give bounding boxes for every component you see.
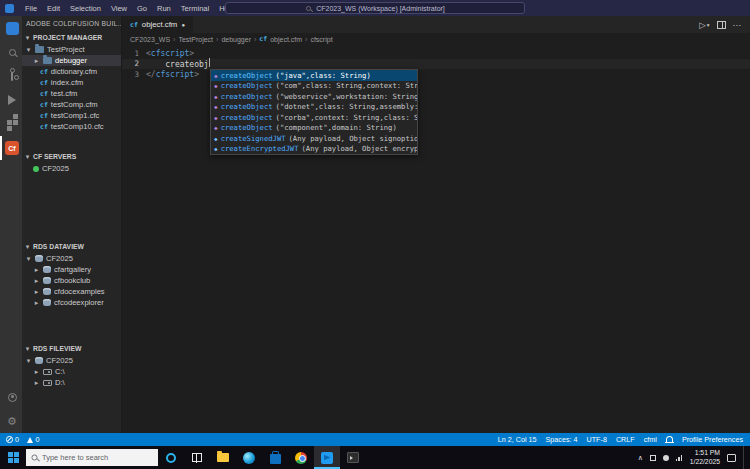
suggestion-item[interactable]: ◆createObject("corba",context: String,cl…: [211, 112, 417, 123]
section-cf-servers[interactable]: ▾ CF SERVERS: [22, 150, 121, 163]
chrome-icon[interactable]: [288, 446, 314, 469]
tray-icon[interactable]: [663, 455, 669, 461]
code-area[interactable]: 1 <cfscript> 2 createobj 3 </cfscript> ◆…: [122, 45, 750, 433]
chevron-right-icon: ▸: [33, 277, 40, 285]
tree-item-drive-c[interactable]: ▸ C:\: [22, 366, 121, 377]
token: cfscript: [151, 49, 190, 58]
run-button[interactable]: ▷▾: [699, 20, 709, 30]
terminal-icon[interactable]: [340, 446, 366, 469]
extensions-icon[interactable]: [0, 112, 22, 136]
chevron-right-icon: ▸: [33, 368, 40, 376]
tree-item-fileview-cf2025[interactable]: ▾ CF2025: [22, 355, 121, 366]
notifications-bell-icon[interactable]: [666, 436, 673, 443]
network-icon[interactable]: [676, 455, 683, 461]
tray-icon[interactable]: [650, 455, 656, 461]
suggestion-match: createObject: [221, 71, 273, 80]
source-control-icon[interactable]: [0, 64, 22, 88]
tree-item-drive-d[interactable]: ▸ D:\: [22, 377, 121, 388]
tree-item-testcomp1-cfc[interactable]: cf testComp1.cfc: [22, 110, 121, 121]
menu-edit[interactable]: Edit: [42, 4, 65, 13]
suggestion-item[interactable]: ◆createSignedJWT(Any payload, Object sig…: [211, 133, 417, 144]
tree-item-cf2025-server[interactable]: CF2025: [22, 163, 121, 174]
cursor-position[interactable]: Ln 2, Col 15: [498, 435, 537, 444]
database-icon: [43, 288, 51, 295]
eol-setting[interactable]: CRLF: [616, 435, 635, 444]
editor-group: cf object.cfm ● ▷▾ ⋯ CF2023_WS › TestPro…: [122, 16, 750, 433]
tree-item-index-cfm[interactable]: cf index.cfm: [22, 77, 121, 88]
problems-warnings[interactable]: 0: [27, 435, 40, 444]
breadcrumb-project[interactable]: TestProject: [178, 36, 213, 43]
line-number: 1: [122, 49, 146, 58]
problems-errors[interactable]: 0: [6, 435, 19, 444]
search-icon[interactable]: [0, 40, 22, 64]
taskbar-clock[interactable]: 1:51 PM 1/22/2025: [690, 449, 720, 465]
tree-item-testcomp10-cfc[interactable]: cf testComp10.cfc: [22, 121, 121, 132]
breadcrumb-workspace[interactable]: CF2023_WS: [130, 36, 170, 43]
menu-run[interactable]: Run: [152, 4, 176, 13]
coldfusion-icon[interactable]: Cf: [0, 136, 22, 160]
tree-item-testproject[interactable]: ▾ TestProject: [22, 44, 121, 55]
menu-file[interactable]: File: [20, 4, 42, 13]
code-line-2[interactable]: 2 createobj: [122, 59, 750, 70]
indentation-setting[interactable]: Spaces: 4: [546, 435, 578, 444]
split-editor-icon[interactable]: [717, 21, 726, 29]
breadcrumb-symbol[interactable]: cfscript: [310, 36, 332, 43]
more-actions-icon[interactable]: ⋯: [733, 20, 742, 30]
tab-object-cfm[interactable]: cf object.cfm ●: [122, 16, 194, 33]
taskbar-search[interactable]: [26, 449, 158, 466]
suggestion-item[interactable]: ◆createObject("component",domain: String…: [211, 123, 417, 134]
tree-item-testcomp-cfm[interactable]: cf testComp.cfm: [22, 99, 121, 110]
suggestion-item[interactable]: ◆createObject("com",class: String,contex…: [211, 81, 417, 92]
clock-time: 1:51 PM: [690, 449, 720, 457]
play-icon: ▷: [699, 20, 706, 30]
tree-item-test-cfm[interactable]: cf test.cfm: [22, 88, 121, 99]
suggestion-detail: (Any payload, Object signoptions, …: [289, 134, 417, 143]
tree-item-rds-cf2025[interactable]: ▾ CF2025: [22, 253, 121, 264]
suggestion-item[interactable]: ◆createObject("java",class: String): [211, 70, 417, 81]
folder-icon: [43, 57, 52, 64]
suggestion-item[interactable]: ◆createObject("dotnet",class: String,ass…: [211, 102, 417, 113]
suggestion-item[interactable]: ◆createEncryptedJWT(Any payload, Object …: [211, 144, 417, 155]
menu-terminal[interactable]: Terminal: [176, 4, 214, 13]
code-line-1[interactable]: 1 <cfscript>: [122, 48, 750, 59]
settings-gear-icon[interactable]: ⚙: [0, 409, 22, 433]
tree-item-label: cfdocexamples: [54, 287, 105, 296]
command-center[interactable]: CF2023_WS (Workspace) [Administrator]: [225, 2, 525, 14]
suggestion-item[interactable]: ◆createObject("webservice",workstation: …: [211, 91, 417, 102]
section-rds-fileview[interactable]: ▾ RDS FILEVIEW: [22, 342, 121, 355]
profile-preferences[interactable]: Profile Preferences: [682, 435, 743, 444]
builder-home-icon[interactable]: [0, 16, 22, 40]
section-project-manager[interactable]: ▾ PROJECT MANAGER: [22, 31, 121, 44]
task-view-icon[interactable]: [184, 446, 210, 469]
section-rds-dataview[interactable]: ▾ RDS DATAVIEW: [22, 240, 121, 253]
tree-item-cfbookclub[interactable]: ▸ cfbookclub: [22, 275, 121, 286]
run-debug-icon[interactable]: [0, 88, 22, 112]
start-button[interactable]: [0, 446, 26, 469]
tree-item-cfartgallery[interactable]: ▸ cfartgallery: [22, 264, 121, 275]
menu-go[interactable]: Go: [132, 4, 152, 13]
tray-chevron-icon[interactable]: ∧: [638, 454, 643, 462]
gear-icon: ⚙: [7, 416, 17, 427]
breadcrumb-folder[interactable]: debugger: [221, 36, 251, 43]
tree-item-dictionary-cfm[interactable]: cf dictionary.cfm: [22, 66, 121, 77]
edge-icon[interactable]: [236, 446, 262, 469]
notification-center-icon[interactable]: [727, 454, 736, 462]
taskbar: ∧ 1:51 PM 1/22/2025: [0, 446, 750, 469]
tree-item-debugger[interactable]: ▸ debugger: [22, 55, 121, 66]
file-explorer-icon[interactable]: [210, 446, 236, 469]
cortana-icon[interactable]: [158, 446, 184, 469]
encoding-setting[interactable]: UTF-8: [587, 435, 607, 444]
tree-item-cfdocexamples[interactable]: ▸ cfdocexamples: [22, 286, 121, 297]
breadcrumb-file[interactable]: object.cfm: [270, 36, 302, 43]
vscode-icon[interactable]: [314, 446, 340, 469]
taskbar-search-input[interactable]: [42, 453, 147, 462]
database-icon: [43, 299, 51, 306]
account-icon[interactable]: [0, 385, 22, 409]
store-icon[interactable]: [262, 446, 288, 469]
menu-selection[interactable]: Selection: [65, 4, 106, 13]
language-mode[interactable]: cfml: [644, 435, 657, 444]
show-desktop-button[interactable]: [743, 446, 746, 469]
menu-view[interactable]: View: [106, 4, 132, 13]
modified-dot-icon[interactable]: ●: [181, 22, 185, 28]
tree-item-cfcodeexplorer[interactable]: ▸ cfcodeexplorer: [22, 297, 121, 308]
